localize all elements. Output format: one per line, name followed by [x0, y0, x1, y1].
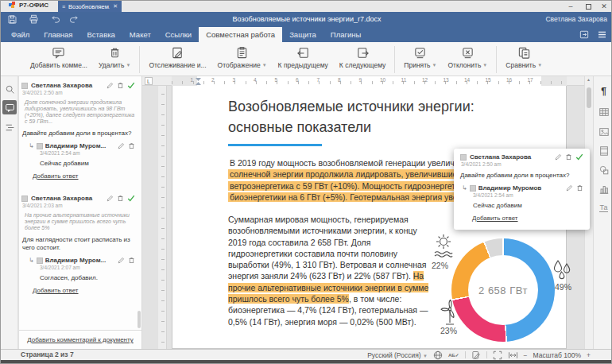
- chevron-down-icon: ▼: [262, 63, 267, 68]
- horizontal-ruler[interactable]: 1234567891011121314151617 L: [142, 76, 593, 86]
- avatar: [460, 154, 467, 161]
- pilcrow-icon: ¶: [601, 86, 606, 97]
- comment-text: Для наглядности стоит расписать из чего …: [22, 236, 135, 252]
- bar-chart-icon: [598, 184, 610, 195]
- image-settings-button[interactable]: [597, 125, 610, 138]
- close-button[interactable]: ✕: [597, 1, 611, 12]
- delete-comment-icon[interactable]: [565, 153, 572, 161]
- delete-comment-icon[interactable]: [117, 195, 124, 202]
- edit-comment-icon[interactable]: [566, 184, 573, 192]
- vertical-ruler[interactable]: [158, 86, 167, 349]
- display-mode-button[interactable]: Отображение▼: [212, 45, 273, 70]
- image-icon: [598, 126, 610, 137]
- search-button[interactable]: [3, 83, 16, 95]
- add-reply-link[interactable]: Добавить ответ: [33, 172, 79, 180]
- edit-comment-icon[interactable]: [107, 82, 114, 89]
- chart-settings-button[interactable]: [597, 182, 610, 196]
- edit-comment-icon[interactable]: [555, 153, 562, 161]
- tab-home[interactable]: Главная: [37, 27, 79, 42]
- comment-reply: ↳ Владимир Муром... 3/4/2021 2:54 am Сей…: [29, 142, 135, 167]
- tab-layout[interactable]: Макет: [122, 27, 158, 42]
- comments-panel-button[interactable]: [2, 100, 17, 114]
- collaboration-toolbar: Добавить комме... Удалить▼ Отслеживание …: [1, 42, 612, 76]
- avatar: [470, 185, 476, 192]
- resolve-check-icon[interactable]: [575, 153, 583, 161]
- chevron-down-icon: ▼: [423, 354, 428, 358]
- heading-underline: [228, 144, 322, 146]
- page-indicator[interactable]: Страница 2 из 7: [21, 350, 74, 360]
- popup-reply-author: Владимир Муромов: [478, 184, 564, 192]
- tab-insert[interactable]: Вставка: [80, 27, 122, 42]
- add-comment-button[interactable]: Добавить комме...: [25, 45, 93, 70]
- document-title-header: Возобновляемые источники энергии_r7.docx: [1, 12, 612, 27]
- tab-stop-selector[interactable]: L: [145, 77, 153, 85]
- edit-comment-icon[interactable]: [107, 195, 114, 202]
- spellcheck-icon: АБ✓: [448, 352, 459, 358]
- globe-icon: [433, 350, 443, 360]
- table-icon: [598, 106, 610, 118]
- edit-comment-icon[interactable]: [118, 257, 125, 264]
- scrollbar-thumb[interactable]: [587, 87, 591, 108]
- fit-width-button[interactable]: [508, 351, 518, 359]
- language-selector[interactable]: Русский (Россия) ▼: [367, 351, 428, 359]
- chevron-down-icon: ▼: [432, 63, 437, 68]
- minimize-button[interactable]: –: [564, 1, 578, 12]
- popup-add-reply-link[interactable]: Добавить ответ: [472, 215, 518, 222]
- text-art-settings-button[interactable]: Та: [597, 201, 610, 215]
- comment-reply: ↳ Владимир Муром... 3/4/2021 2:07 am Сог…: [29, 257, 135, 281]
- previous-change-button[interactable]: К предыдущему: [273, 45, 334, 70]
- track-changes-button[interactable]: Отслеживание и...: [143, 45, 211, 70]
- paragraph-settings-button[interactable]: ¶: [597, 84, 610, 98]
- tab-references[interactable]: Ссылки: [158, 27, 199, 42]
- resolve-check-icon[interactable]: [127, 195, 135, 202]
- indent-marker[interactable]: [196, 78, 201, 85]
- fit-page-button[interactable]: [493, 350, 502, 360]
- tab-file[interactable]: Файл: [4, 27, 37, 42]
- maximize-button[interactable]: [581, 1, 595, 12]
- tab-plugins[interactable]: Плагины: [323, 27, 369, 42]
- reply-text: Сейчас добавим: [40, 160, 135, 167]
- accept-change-button[interactable]: Принять▼: [398, 45, 442, 70]
- view-settings-icon[interactable]: [595, 29, 608, 41]
- delete-comment-button[interactable]: Удалить▼: [93, 45, 136, 70]
- spellcheck-language-button[interactable]: [433, 350, 443, 360]
- compare-documents-button[interactable]: Сравнить▼: [500, 45, 548, 70]
- chevron-down-icon: ▼: [126, 63, 130, 68]
- comment-thread[interactable]: Светлана Захарова 3/4/2021 2:50 am Доля …: [19, 76, 141, 181]
- edit-comment-icon[interactable]: [118, 142, 125, 149]
- add-reply-link[interactable]: Добавить ответ: [33, 287, 79, 294]
- next-change-button[interactable]: К следующему: [334, 45, 391, 70]
- avatar: [21, 196, 28, 202]
- spell-checking-button[interactable]: АБ✓: [448, 352, 459, 358]
- document-area: 1234567891011121314151617 L Возобновляем…: [142, 76, 593, 349]
- comment-author: Светлана Захарова: [31, 82, 103, 89]
- comment-popup[interactable]: Светлана Захарова 3/4/2021 2:50 am Давай…: [454, 149, 590, 230]
- comment-thread[interactable]: Светлана Захарова 3/4/2021 2:03 am На пр…: [19, 189, 141, 296]
- scroll-up-arrow-icon[interactable]: ▲: [587, 77, 591, 82]
- navigation-headings-button[interactable]: [3, 121, 16, 134]
- document-tab[interactable]: ≡ Возобновляем... ✕: [58, 1, 122, 12]
- open-file-location-button[interactable]: [578, 29, 591, 41]
- shape-settings-button[interactable]: [597, 163, 610, 176]
- comments-scrollbar[interactable]: [138, 311, 141, 328]
- delete-comment-icon[interactable]: [117, 82, 124, 89]
- zoom-out-button[interactable]: −: [524, 351, 528, 359]
- zoom-in-button[interactable]: +: [587, 351, 591, 359]
- add-document-comment-bar[interactable]: Добавить комментарий к документу: [19, 330, 141, 349]
- headings-list-icon: [5, 122, 15, 133]
- tab-protection[interactable]: Защита: [282, 27, 323, 42]
- table-settings-button[interactable]: [597, 105, 610, 118]
- delete-comment-icon[interactable]: [128, 142, 135, 149]
- donut-chart[interactable]: 2 658 ГВт: [451, 238, 555, 342]
- resolve-check-icon[interactable]: [127, 82, 135, 89]
- tab-menu-icon[interactable]: ≡: [62, 4, 65, 10]
- delete-comment-icon[interactable]: [128, 257, 135, 264]
- tab-collaboration[interactable]: Совместная работа: [199, 27, 282, 42]
- header-footer-settings-button[interactable]: [597, 144, 610, 157]
- reject-change-button[interactable]: Отклонить▼: [442, 45, 493, 70]
- tab-close-icon[interactable]: ✕: [113, 3, 118, 10]
- track-changes-toggle[interactable]: [471, 350, 481, 360]
- main-area: Светлана Захарова 3/4/2021 2:50 am Доля …: [1, 76, 612, 349]
- header-footer-icon: [598, 145, 610, 157]
- delete-comment-icon[interactable]: [576, 184, 583, 192]
